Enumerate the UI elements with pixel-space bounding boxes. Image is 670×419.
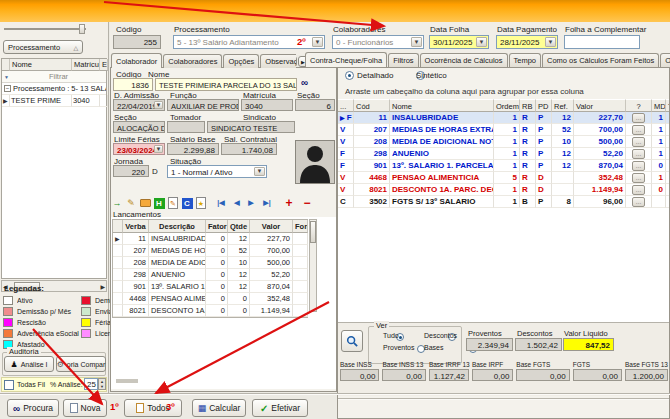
- limite-ferias-field[interactable]: 23/03/2024 ▼: [113, 143, 165, 155]
- tab[interactable]: Contra-Cheque/Folha: [305, 52, 387, 67]
- row-more-button[interactable]: …: [632, 149, 645, 159]
- send-icon[interactable]: →: [110, 197, 124, 210]
- dropdown-arrow-icon[interactable]: ▼: [411, 37, 422, 47]
- emp-codigo-field[interactable]: 1836: [113, 78, 153, 91]
- col-verba[interactable]: Verba: [123, 220, 149, 233]
- doc-star-icon[interactable]: ★: [194, 197, 208, 210]
- col-pd[interactable]: PD: [536, 99, 552, 112]
- verba-row[interactable]: V 208 MEDIA DE ADICIONAL NOT 1 R P 10 50…: [338, 136, 669, 148]
- calcular-button[interactable]: ▦ Calcular: [192, 399, 246, 417]
- verba-row[interactable]: V 4468 PENSAO ALIMENTICIA 5 R D 352,48 ……: [338, 172, 669, 184]
- lancamentos-vscrollbar[interactable]: [309, 219, 317, 312]
- tab[interactable]: Observaç: [260, 54, 296, 68]
- add-record-icon[interactable]: +: [282, 197, 296, 210]
- scroll-right-icon[interactable]: ▶: [100, 283, 105, 290]
- sindicato-field[interactable]: SINDICATO TESTE: [207, 121, 295, 133]
- tab[interactable]: Filtros: [388, 53, 418, 67]
- tree-group-row[interactable]: − Processamento : 5- 13 SALARI: [2, 83, 106, 95]
- emp-nome-field[interactable]: TESTE PRIMEIRA PARCELA DO 13 SALARI: [155, 78, 297, 91]
- c-icon[interactable]: C: [180, 197, 194, 210]
- row-more-button[interactable]: …: [632, 197, 645, 207]
- dropdown-arrow-icon[interactable]: ▼: [476, 37, 487, 47]
- secao-num-field[interactable]: 6: [295, 99, 335, 111]
- preview-button[interactable]: [341, 330, 363, 352]
- pct-spinner[interactable]: ▲▼: [98, 378, 106, 390]
- tab[interactable]: Como os Cálculos Foram Feitos: [542, 53, 659, 67]
- secao-field[interactable]: ALOCAÇÃO DIRE: [113, 121, 165, 133]
- search-binoculars-icon[interactable]: ∞: [301, 77, 308, 88]
- row-more-button[interactable]: …: [632, 161, 645, 171]
- salario-base-field[interactable]: 2.299,88: [167, 143, 219, 155]
- tomador-field[interactable]: [167, 121, 205, 133]
- lancamento-row[interactable]: 8021 DESCONTO 1A. 0 0 1.149,94: [113, 305, 307, 317]
- col-nome[interactable]: Nome: [390, 99, 494, 112]
- situacao-combo[interactable]: 1 - Normal / Ativo ▼: [167, 165, 267, 178]
- col-valor[interactable]: Valor: [250, 220, 293, 233]
- todas-checkbox[interactable]: [4, 380, 14, 390]
- col-cod[interactable]: Cód: [354, 99, 390, 112]
- spinner-down-icon[interactable]: ▼: [100, 384, 104, 389]
- dropdown-arrow-icon[interactable]: ▼: [154, 101, 163, 109]
- nav-prev-icon[interactable]: ◀: [230, 197, 244, 210]
- dropdown-arrow-icon[interactable]: ▼: [312, 37, 323, 47]
- tree-header-matricula[interactable]: Matrícula: [72, 59, 100, 71]
- dropdown-arrow-icon[interactable]: ▼: [254, 167, 265, 176]
- colaboradores-combo[interactable]: 0 - Funcionários ▼: [332, 35, 424, 49]
- verba-row[interactable]: ▶ F 11 INSALUBRIDADE 1 R P 12 227,70 … 1…: [338, 112, 669, 124]
- col-rb[interactable]: RB: [520, 99, 536, 112]
- tab[interactable]: Tempo: [509, 53, 542, 67]
- nav-last-icon[interactable]: ▶|: [258, 197, 276, 210]
- row-more-button[interactable]: …: [632, 113, 645, 123]
- tab[interactable]: Opções: [223, 54, 259, 68]
- col-fator[interactable]: Fator: [206, 220, 228, 233]
- row-more-button[interactable]: …: [632, 173, 645, 183]
- row-more-button[interactable]: …: [632, 125, 645, 135]
- verba-row[interactable]: C 3502 FGTS S/ 13º SALARIO 1 B P 8 96,00…: [338, 196, 669, 208]
- col-flag[interactable]: ...: [338, 99, 354, 112]
- row-more-button[interactable]: …: [632, 185, 645, 195]
- funcao-field[interactable]: AUXILIAR DE PRODI: [167, 99, 239, 111]
- nav-first-icon[interactable]: |◀: [212, 197, 230, 210]
- pct-analise-field[interactable]: 25: [84, 378, 98, 390]
- analise-button[interactable]: ♟ Análise I: [4, 356, 54, 372]
- admissao-field[interactable]: 22/04/2019 ▼: [113, 99, 165, 111]
- col-ordem[interactable]: Ordem: [494, 99, 520, 112]
- scroll-thumb[interactable]: [310, 221, 316, 243]
- detalhado-radio[interactable]: [345, 71, 354, 80]
- col-tipo[interactable]: Tipo: [666, 99, 669, 112]
- lancamento-row[interactable]: ▶ 11 INSALUBRIDAD 0 12 227,70: [113, 233, 307, 245]
- group-by-processamento-button[interactable]: Processamento △: [3, 40, 83, 54]
- nav-next-icon[interactable]: ▶: [244, 197, 258, 210]
- tab[interactable]: Colaboradores: [163, 54, 222, 68]
- tab[interactable]: Colaborador: [111, 53, 162, 68]
- folder-icon[interactable]: [138, 197, 152, 210]
- data-folha-field[interactable]: 30/11/2025 ▼: [429, 35, 489, 49]
- data-pagamento-field[interactable]: 28/11/2025 ▼: [496, 35, 558, 49]
- verba-row[interactable]: F 298 ANUENIO 1 R P 12 52,20 … 1 3: [338, 148, 669, 160]
- verba-row[interactable]: V 207 MEDIAS DE HORAS EXTRA 1 R P 52 700…: [338, 124, 669, 136]
- remove-record-icon[interactable]: −: [300, 197, 314, 210]
- dropdown-arrow-icon[interactable]: ▼: [545, 37, 556, 47]
- jornada-field[interactable]: 220: [113, 165, 149, 177]
- lancamento-row[interactable]: 298 ANUENIO 0 12 52,20: [113, 269, 307, 281]
- tree-header-efe[interactable]: Efe: [100, 59, 108, 71]
- tab[interactable]: Ocorrência de Cálculos: [420, 53, 508, 67]
- broom-icon[interactable]: ✎: [124, 197, 138, 210]
- auditoria-comparativa-button[interactable]: ⚙ oria Compar: [56, 356, 106, 372]
- splitter-handle[interactable]: [79, 24, 85, 34]
- clipboard-icon[interactable]: ✎: [166, 197, 180, 210]
- folha-complementar-field[interactable]: [564, 35, 640, 49]
- codigo-field[interactable]: 255: [113, 35, 161, 49]
- verba-row[interactable]: V 8021 DESCONTO 1A. PARC. DEC 1 R D 1.14…: [338, 184, 669, 196]
- col-valor[interactable]: Valor: [574, 99, 626, 112]
- col-indicator[interactable]: [113, 220, 123, 233]
- col-q[interactable]: ?: [626, 99, 652, 112]
- matricula-field[interactable]: 3040: [241, 99, 293, 111]
- verba-row[interactable]: F 901 13º. SALARIO 1. PARCELA 1 R P 12 8…: [338, 160, 669, 172]
- col-qtde[interactable]: Qtde: [228, 220, 250, 233]
- row-more-button[interactable]: …: [632, 137, 645, 147]
- nova-button[interactable]: Nova: [63, 399, 107, 417]
- col-ref[interactable]: Ref.: [552, 99, 574, 112]
- lancamento-row[interactable]: 208 MEDIA DE ADIC 0 10 500,00: [113, 257, 307, 269]
- lancamento-row[interactable]: 4468 PENSAO ALIME 0 0 352,48: [113, 293, 307, 305]
